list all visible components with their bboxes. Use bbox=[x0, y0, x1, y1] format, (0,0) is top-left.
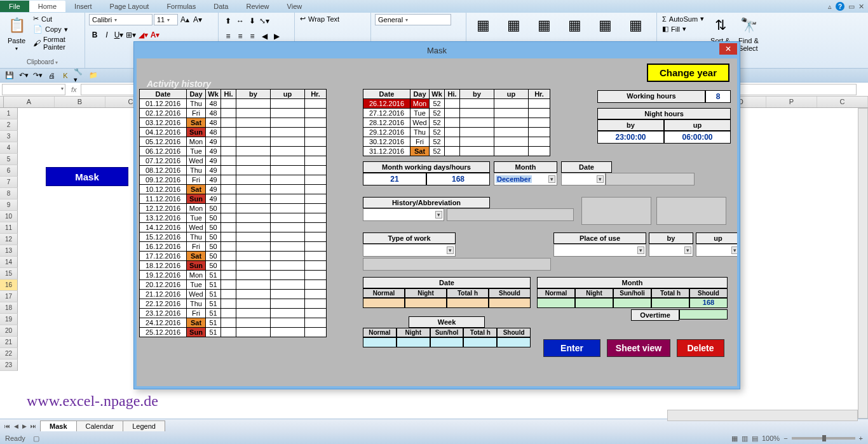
table-row[interactable]: 31.12.2016Sat52 bbox=[363, 147, 550, 156]
place-dropdown[interactable]: ▾ bbox=[553, 244, 646, 257]
table-row[interactable]: 24.12.2016Sat51 bbox=[140, 318, 327, 328]
row-header[interactable]: 5 bbox=[0, 154, 18, 165]
row-header[interactable]: 22 bbox=[0, 348, 18, 360]
row-header[interactable]: 3 bbox=[0, 131, 18, 142]
grow-font-button[interactable]: A▴ bbox=[179, 14, 191, 25]
cell-styles-button[interactable]: ▦ bbox=[531, 14, 557, 37]
history-dropdown[interactable]: ▾ bbox=[363, 208, 444, 221]
col-header[interactable]: C bbox=[817, 97, 868, 107]
row-header[interactable]: 11 bbox=[0, 222, 18, 234]
col-header[interactable]: P bbox=[766, 97, 817, 107]
fill-button[interactable]: ◧Fill ▾ bbox=[661, 24, 705, 34]
row-header[interactable]: 13 bbox=[0, 245, 18, 257]
redo-icon[interactable]: ↷▾ bbox=[32, 70, 43, 81]
table-row[interactable]: 08.12.2016Thu49 bbox=[140, 166, 327, 175]
copy-button[interactable]: Copy ▾ bbox=[32, 24, 81, 34]
align-top-button[interactable]: ⬆ bbox=[222, 15, 234, 27]
delete-button[interactable]: ▦ bbox=[592, 14, 618, 37]
font-name-combo[interactable]: Calibri▾ bbox=[89, 14, 153, 25]
row-header[interactable]: 20 bbox=[0, 325, 18, 337]
row-header[interactable]: 16 bbox=[0, 279, 18, 291]
sheet-tab-legend[interactable]: Legend bbox=[123, 420, 165, 431]
align-center-button[interactable]: ≡ bbox=[234, 30, 246, 42]
window-close-icon[interactable]: ✕ bbox=[858, 3, 864, 11]
ribbon-tab-view[interactable]: View bbox=[278, 1, 311, 12]
help-icon[interactable]: ? bbox=[836, 2, 844, 11]
table-row[interactable]: 29.12.2016Thu52 bbox=[363, 128, 550, 137]
font-size-combo[interactable]: 11▾ bbox=[154, 14, 178, 25]
enter-button[interactable]: Enter bbox=[543, 339, 600, 357]
table-row[interactable]: 07.12.2016Wed49 bbox=[140, 156, 327, 166]
fill-color-button[interactable]: ◢▾ bbox=[137, 29, 149, 41]
table-row[interactable]: 14.12.2016Wed50 bbox=[140, 223, 327, 232]
fx-icon[interactable]: fx bbox=[67, 86, 81, 93]
shrink-font-button[interactable]: A▾ bbox=[192, 14, 203, 25]
indent-dec-button[interactable]: ◀ bbox=[259, 30, 270, 42]
dialog-titlebar[interactable]: Mask ✕ bbox=[134, 42, 740, 58]
zoom-out-icon[interactable]: − bbox=[783, 434, 787, 442]
cond-format-button[interactable]: ▦ bbox=[470, 14, 496, 37]
row-header[interactable]: 6 bbox=[0, 165, 18, 177]
table-row[interactable]: 28.12.2016Wed52 bbox=[363, 118, 550, 128]
tab-prev-icon[interactable]: ◀ bbox=[12, 423, 20, 429]
row-header[interactable]: 21 bbox=[0, 337, 18, 348]
view-layout-icon[interactable]: ▥ bbox=[742, 434, 748, 443]
format-table-button[interactable]: ▦ bbox=[501, 14, 526, 37]
row-header[interactable]: 12 bbox=[0, 234, 18, 245]
table-row[interactable]: 10.12.2016Sat49 bbox=[140, 185, 327, 194]
table-row[interactable]: 20.12.2016Tue51 bbox=[140, 280, 327, 290]
month-dropdown[interactable]: December▾ bbox=[494, 173, 557, 185]
table-row[interactable]: 09.12.2016Fri49 bbox=[140, 175, 327, 185]
dialog-close-button[interactable]: ✕ bbox=[719, 43, 737, 55]
indent-inc-button[interactable]: ▶ bbox=[271, 30, 282, 42]
row-header[interactable]: 4 bbox=[0, 142, 18, 154]
undo-icon[interactable]: ↶▾ bbox=[18, 70, 29, 81]
horizontal-scrollbar[interactable] bbox=[667, 410, 858, 421]
table-row[interactable]: 05.12.2016Mon49 bbox=[140, 137, 327, 147]
date-dropdown[interactable]: ▾ bbox=[561, 173, 606, 185]
view-normal-icon[interactable]: ▦ bbox=[731, 434, 738, 443]
ribbon-tab-review[interactable]: Review bbox=[237, 1, 278, 12]
insert-button[interactable]: ▦ bbox=[562, 14, 587, 37]
table-row[interactable]: 01.12.2016Thu48 bbox=[140, 99, 327, 109]
font-color-button[interactable]: A▾ bbox=[149, 29, 161, 41]
zoom-slider[interactable] bbox=[792, 437, 855, 440]
change-year-button[interactable]: Change year bbox=[647, 64, 729, 82]
align-right-button[interactable]: ≡ bbox=[247, 30, 258, 42]
row-header[interactable]: 15 bbox=[0, 268, 18, 279]
macro-record-icon[interactable]: ▢ bbox=[31, 434, 42, 443]
ribbon-tab-page-layout[interactable]: Page Layout bbox=[101, 1, 158, 12]
row-header[interactable]: 19 bbox=[0, 314, 18, 325]
format-painter-button[interactable]: Format Painter bbox=[32, 35, 81, 51]
align-middle-button[interactable]: ↔ bbox=[234, 15, 246, 27]
bold-button[interactable]: B bbox=[89, 29, 100, 41]
align-left-button[interactable]: ≡ bbox=[222, 30, 234, 42]
number-format-combo[interactable]: General▾ bbox=[375, 14, 451, 25]
save-icon[interactable]: 💾 bbox=[4, 70, 15, 81]
row-header[interactable]: 2 bbox=[0, 119, 18, 131]
row-header[interactable]: 8 bbox=[0, 188, 18, 199]
file-tab[interactable]: File bbox=[0, 1, 29, 12]
table-row[interactable]: 26.12.2016Mon52 bbox=[363, 99, 550, 109]
format-button[interactable]: ▦ bbox=[623, 14, 648, 37]
table-row[interactable]: 30.12.2016Fri52 bbox=[363, 137, 550, 147]
by-dropdown[interactable]: ▾ bbox=[649, 244, 693, 257]
table-row[interactable]: 18.12.2016Sun50 bbox=[140, 261, 327, 271]
zoom-in-icon[interactable]: + bbox=[859, 434, 863, 442]
sheet-tab-calendar[interactable]: Calendar bbox=[76, 420, 124, 431]
tab-first-icon[interactable]: ⏮ bbox=[3, 423, 12, 429]
table-row[interactable]: 16.12.2016Fri50 bbox=[140, 242, 327, 252]
ribbon-tab-data[interactable]: Data bbox=[205, 1, 237, 12]
print-preview-icon[interactable]: 🖨 bbox=[46, 70, 57, 81]
table-row[interactable]: 21.12.2016Wed51 bbox=[140, 290, 327, 299]
col-header[interactable]: B bbox=[55, 97, 105, 107]
cut-button[interactable]: Cut bbox=[32, 14, 81, 24]
table-row[interactable]: 03.12.2016Sat48 bbox=[140, 118, 327, 128]
tab-last-icon[interactable]: ⏭ bbox=[29, 423, 38, 429]
align-bottom-button[interactable]: ⬇ bbox=[247, 15, 258, 27]
table-row[interactable]: 27.12.2016Tue52 bbox=[363, 109, 550, 118]
table-row[interactable]: 02.12.2016Fri48 bbox=[140, 109, 327, 118]
table-row[interactable]: 04.12.2016Sun48 bbox=[140, 128, 327, 137]
underline-button[interactable]: U▾ bbox=[113, 29, 125, 41]
row-header[interactable]: 14 bbox=[0, 257, 18, 268]
